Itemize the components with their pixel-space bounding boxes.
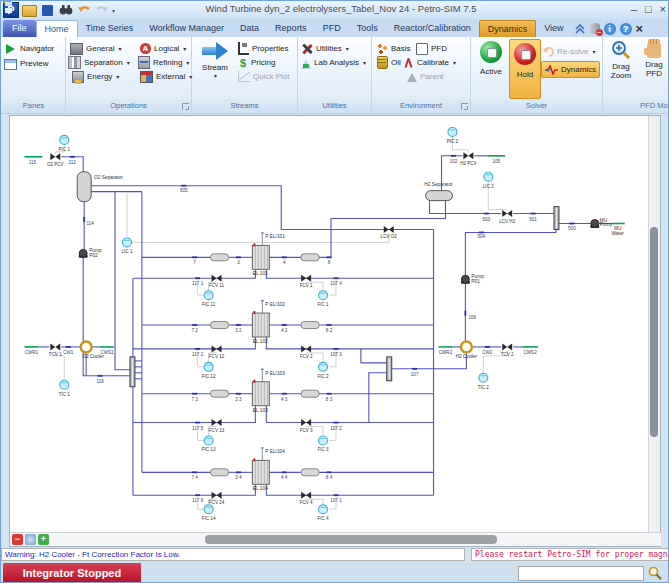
- general-button[interactable]: General▾: [70, 42, 121, 55]
- stream-tick-106[interactable]: [464, 311, 466, 316]
- stream-tick-107-2[interactable]: [334, 422, 339, 424]
- stream-label-500[interactable]: 500: [568, 226, 576, 231]
- stream-tick-7-2[interactable]: [192, 324, 197, 326]
- tab-file[interactable]: File: [3, 20, 36, 37]
- stream-label-114[interactable]: 114: [86, 221, 94, 226]
- valve-h2-pcv[interactable]: [463, 152, 473, 159]
- controller-fic-11[interactable]: [204, 291, 213, 300]
- stream-tick-7-4[interactable]: [192, 471, 197, 473]
- search-icon[interactable]: [648, 566, 662, 580]
- tab-tools[interactable]: Tools: [349, 20, 386, 37]
- stream-tick-500[interactable]: [569, 223, 574, 225]
- stream-tick-107-3[interactable]: [334, 348, 339, 350]
- stream-tick-117-2[interactable]: [195, 348, 200, 350]
- stream-label-7[interactable]: 7: [193, 260, 196, 265]
- pump[interactable]: [461, 275, 469, 283]
- integrator-status-button[interactable]: Integrator Stopped: [3, 563, 141, 583]
- stream-label-107[interactable]: 107: [411, 372, 419, 377]
- heater[interactable]: [301, 254, 319, 261]
- help-icon[interactable]: ?: [620, 23, 632, 35]
- stream-tick-504[interactable]: [479, 232, 484, 234]
- stream-tick-107-4[interactable]: [334, 277, 339, 279]
- find-button[interactable]: [58, 3, 73, 18]
- stream-label-503[interactable]: 503: [482, 217, 490, 222]
- stream-label-116[interactable]: 116: [96, 379, 104, 384]
- stream-label-102[interactable]: 102: [450, 159, 458, 164]
- controller-fic-14[interactable]: [204, 505, 213, 514]
- stream-tick-cw1[interactable]: [66, 346, 71, 348]
- redo-button[interactable]: [94, 3, 109, 18]
- stream-label-3[interactable]: 3: [237, 260, 240, 265]
- pfd-canvas[interactable]: O2 PCVLCV O2H2 PCVLCV H2TCV 1TCV 2FCV 11…: [10, 116, 660, 546]
- stream-label-107-3[interactable]: 107 3: [330, 352, 342, 357]
- electrolyser-cell-el-104[interactable]: [252, 460, 269, 484]
- pfd-vertical-scrollbar[interactable]: [648, 116, 660, 535]
- controller-fic-12[interactable]: [204, 362, 213, 371]
- controller-fic-2[interactable]: [319, 362, 328, 371]
- valve-tcv-2[interactable]: [502, 343, 512, 350]
- controller-pic-2[interactable]: [448, 127, 457, 136]
- cooler[interactable]: [461, 341, 472, 352]
- stream-label-117-5[interactable]: 117 5: [192, 426, 204, 431]
- refining-button[interactable]: Refining▾: [138, 56, 189, 69]
- stream-label-4-4[interactable]: 4 4: [281, 475, 288, 480]
- basis-button[interactable]: Basis: [377, 42, 411, 55]
- environment-dialog-launcher[interactable]: [461, 103, 468, 110]
- stream-label-105[interactable]: 105: [492, 159, 500, 164]
- stream-tick-4-3[interactable]: [282, 393, 287, 395]
- pricing-button[interactable]: $ Pricing: [238, 56, 275, 69]
- tab-dynamics[interactable]: Dynamics: [479, 20, 537, 37]
- tab-data[interactable]: Data: [232, 20, 267, 37]
- stream-label-107-4[interactable]: 107 4: [330, 281, 342, 286]
- separation-button[interactable]: Separation▾: [68, 56, 130, 69]
- stream-label-107-2[interactable]: 107 2: [330, 426, 342, 431]
- stream-tick-107[interactable]: [412, 368, 417, 370]
- valve-fcv-14[interactable]: [212, 492, 222, 499]
- stream-tick-3-3[interactable]: [236, 393, 241, 395]
- stream-label-8-4[interactable]: 8 4: [326, 475, 333, 480]
- tab-pfd[interactable]: PFD: [315, 20, 349, 37]
- tab-reports[interactable]: Reports: [267, 20, 315, 37]
- save-button[interactable]: [40, 3, 55, 18]
- controller-fic-4[interactable]: [319, 505, 328, 514]
- stream-label-117-2[interactable]: 117 2: [192, 352, 204, 357]
- tab-home[interactable]: Home: [36, 20, 78, 37]
- stream-label-cws2[interactable]: CWS2: [523, 350, 537, 355]
- stream-label-4-3[interactable]: 4 3: [281, 397, 288, 402]
- valve-fcv-1[interactable]: [301, 275, 311, 282]
- valve-fcv-2[interactable]: [301, 345, 311, 352]
- minimize-button[interactable]: –: [631, 3, 637, 15]
- heater[interactable]: [301, 322, 319, 329]
- solver-hold-button[interactable]: Hold: [509, 39, 541, 99]
- stream-label-3-2[interactable]: 3 2: [235, 328, 242, 333]
- solver-active-button[interactable]: Active: [475, 41, 507, 76]
- stream-tick-112[interactable]: [70, 156, 75, 158]
- pfd-hscroll-thumb[interactable]: [205, 535, 497, 544]
- valve-fcv-3[interactable]: [301, 419, 311, 426]
- stream-tick-8[interactable]: [327, 256, 332, 258]
- cooler[interactable]: [81, 341, 92, 352]
- close-button[interactable]: ×: [660, 3, 666, 15]
- stream-label-107-1[interactable]: 107 1: [330, 498, 342, 503]
- heater[interactable]: [211, 390, 229, 397]
- stream-tick-8-2[interactable]: [327, 324, 332, 326]
- valve-lcv-h2[interactable]: [502, 210, 512, 217]
- stream-label-505[interactable]: 505: [180, 188, 188, 193]
- tab-workflow-manager[interactable]: Workflow Manager: [141, 20, 232, 37]
- preview-button[interactable]: Preview: [4, 57, 48, 70]
- maximize-button[interactable]: □: [645, 3, 652, 15]
- heater[interactable]: [301, 469, 319, 476]
- lab-analysis-button[interactable]: Lab Analysis▾: [301, 56, 366, 69]
- database-icon[interactable]: [590, 23, 600, 34]
- stream-label-4[interactable]: 4: [283, 260, 286, 265]
- stream-label-4-2[interactable]: 4 2: [281, 328, 288, 333]
- oil-button[interactable]: Oil: [377, 56, 401, 69]
- stream-tick-3[interactable]: [236, 256, 241, 258]
- electrolyser-cell-el-101[interactable]: [252, 245, 269, 269]
- stream-label-115[interactable]: 115: [29, 160, 37, 165]
- electrolyser-cell-el-103[interactable]: [252, 382, 269, 406]
- tab-reactor-calibration[interactable]: Reactor/Calibration: [386, 20, 479, 37]
- controller-pic-1[interactable]: [60, 135, 69, 144]
- stream-label-501[interactable]: 501: [529, 217, 537, 222]
- logical-button[interactable]: A Logical▾: [140, 42, 186, 55]
